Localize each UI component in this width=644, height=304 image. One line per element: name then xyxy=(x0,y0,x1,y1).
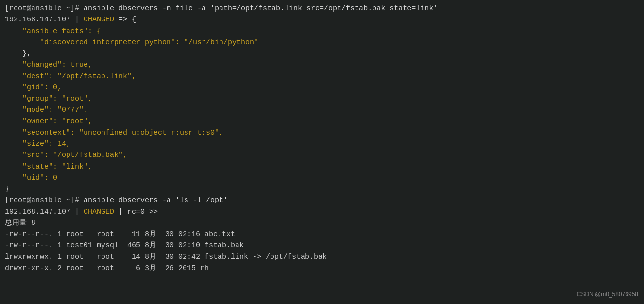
terminal-text: 192.168.147.107 | xyxy=(5,16,84,24)
terminal-line-result1-src: "src": "/opt/fstab.bak", xyxy=(5,150,639,161)
terminal-line-result1-ip: 192.168.147.107 | CHANGED => { xyxy=(5,14,639,25)
terminal-text: "discovered_interpreter_python": "/usr/b… xyxy=(5,38,258,47)
terminal-line-result1-ansible-facts: "ansible_facts": { xyxy=(5,26,639,37)
terminal-line-result1-close: } xyxy=(5,184,639,195)
terminal-text: "dest": "/opt/fstab.link", xyxy=(5,72,136,81)
terminal-line-result1-dest: "dest": "/opt/fstab.link", xyxy=(5,71,639,82)
terminal-line-result1-changed: "changed": true, xyxy=(5,59,639,70)
terminal-text: [root@ansible ~]# xyxy=(5,196,84,204)
terminal-text: "state": "link", xyxy=(5,163,92,171)
terminal-line-result2-fstabbak: -rw-r--r--. 1 test01 mysql 465 8月 30 02:… xyxy=(5,240,639,251)
terminal-line-result2-abctxt: -rw-r--r--. 1 root root 11 8月 30 02:16 a… xyxy=(5,229,639,240)
terminal-text: | rc=0 >> xyxy=(114,208,158,216)
terminal-line-cmd1: [root@ansible ~]# ansible dbservers -m f… xyxy=(5,3,639,14)
terminal-line-result2-fstablink: lrwxrwxrwx. 1 root root 14 8月 30 02:42 f… xyxy=(5,252,639,263)
terminal-line-result1-group: "group": "root", xyxy=(5,93,639,104)
terminal-line-result2-total: 总用量 8 xyxy=(5,218,639,229)
terminal-text: => { xyxy=(114,16,136,24)
terminal-text: -rw-r--r--. 1 test01 mysql 465 8月 30 02:… xyxy=(5,241,244,250)
terminal-text: "ansible_facts": { xyxy=(5,27,101,35)
terminal-text: "mode": "0777", xyxy=(5,106,88,114)
terminal-text: drwxr-xr-x. 2 root root 6 3月 26 2015 rh xyxy=(5,264,209,272)
terminal-text: [root@ansible ~]# xyxy=(5,4,84,13)
terminal-text: "size": 14, xyxy=(5,140,70,148)
terminal-line-result1-owner: "owner": "root", xyxy=(5,116,639,127)
terminal-text: "changed": true, xyxy=(5,61,92,69)
terminal-line-result1-mode: "mode": "0777", xyxy=(5,104,639,116)
terminal-text: 总用量 8 xyxy=(5,219,35,227)
terminal-text: 192.168.147.107 | xyxy=(5,208,84,216)
terminal: [root@ansible ~]# ansible dbservers -m f… xyxy=(0,0,644,304)
terminal-content: [root@ansible ~]# ansible dbservers -m f… xyxy=(5,3,639,274)
terminal-line-result1-gid: "gid": 0, xyxy=(5,82,639,93)
terminal-line-result1-facts-close: }, xyxy=(5,48,639,59)
terminal-text: "secontext": "unconfined_u:object_r:usr_… xyxy=(5,129,223,137)
watermark: CSDN @m0_58076958 xyxy=(577,290,638,299)
terminal-text: ansible dbservers -m file -a 'path=/opt/… xyxy=(84,4,438,13)
terminal-line-result2-drwxr: drwxr-xr-x. 2 root root 6 3月 26 2015 rh xyxy=(5,263,639,274)
terminal-line-result1-discovered: "discovered_interpreter_python": "/usr/b… xyxy=(5,37,639,48)
terminal-line-result1-secontext: "secontext": "unconfined_u:object_r:usr_… xyxy=(5,127,639,138)
terminal-text: "gid": 0, xyxy=(5,84,62,92)
terminal-text: } xyxy=(5,185,9,193)
terminal-line-result1-state: "state": "link", xyxy=(5,161,639,172)
terminal-line-result1-size: "size": 14, xyxy=(5,138,639,150)
terminal-text: "src": "/opt/fstab.bak", xyxy=(5,151,127,159)
terminal-text: CHANGED xyxy=(84,208,114,216)
terminal-text: }, xyxy=(5,50,31,58)
terminal-text: ansible dbservers -a 'ls -l /opt' xyxy=(84,196,228,204)
terminal-line-cmd2: [root@ansible ~]# ansible dbservers -a '… xyxy=(5,195,639,206)
terminal-text: CHANGED xyxy=(84,16,114,24)
terminal-text: lrwxrwxrwx. 1 root root 14 8月 30 02:42 f… xyxy=(5,253,327,261)
terminal-text: "owner": "root", xyxy=(5,118,92,126)
terminal-text: "group": "root", xyxy=(5,95,92,103)
terminal-text: "uid": 0 xyxy=(5,174,57,182)
terminal-text: -rw-r--r--. 1 root root 11 8月 30 02:16 a… xyxy=(5,230,235,238)
terminal-line-result1-uid: "uid": 0 xyxy=(5,172,639,184)
terminal-line-result2-ip: 192.168.147.107 | CHANGED | rc=0 >> xyxy=(5,206,639,218)
